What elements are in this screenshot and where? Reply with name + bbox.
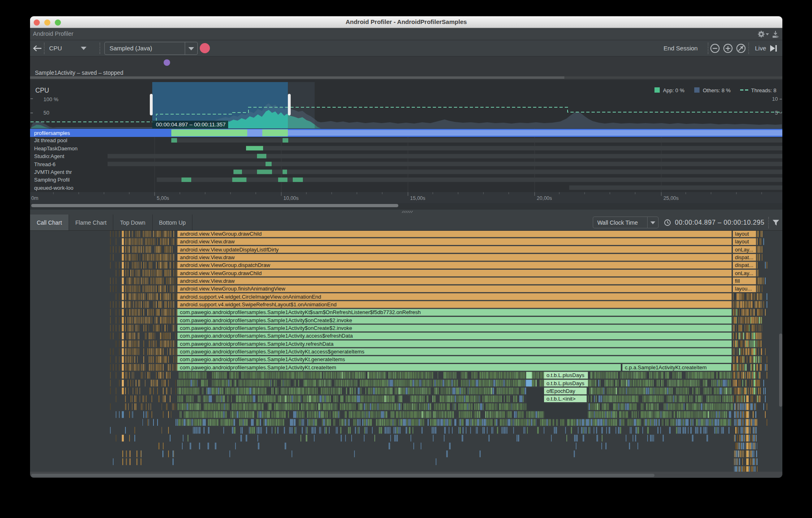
- svg-text:JVMTI Agent thr: JVMTI Agent thr: [34, 169, 72, 175]
- svg-text:Threads: 8: Threads: 8: [751, 87, 776, 93]
- svg-text:dispat...: dispat...: [735, 254, 754, 260]
- svg-text:android.view.ViewGroup.finishA: android.view.ViewGroup.finishAnimatingVi…: [180, 286, 285, 292]
- svg-text:onLay...: onLay...: [735, 270, 753, 276]
- svg-text:com.pawegio.androidprofilersam: com.pawegio.androidprofilersamples.Sampl…: [180, 341, 334, 347]
- svg-text:Studio:Agent: Studio:Agent: [34, 153, 65, 159]
- svg-text:layout: layout: [735, 238, 749, 245]
- svg-text:App: 0 %: App: 0 %: [663, 87, 685, 93]
- svg-text:android.view.View.draw: android.view.View.draw: [180, 254, 235, 260]
- svg-text:android.view.ViewGroup.drawChi: android.view.ViewGroup.drawChild: [180, 270, 261, 276]
- svg-text:android.view.View.updateDispla: android.view.View.updateDisplayListIfDir…: [180, 247, 279, 253]
- svg-text:CPU: CPU: [35, 87, 49, 94]
- svg-text:com.pawegio.androidprofilersam: com.pawegio.androidprofilersamples.Sampl…: [180, 364, 336, 371]
- svg-text:com.pawegio.androidprofilersam: com.pawegio.androidprofilersamples.Sampl…: [180, 317, 352, 323]
- svg-text:0m: 0m: [31, 195, 38, 201]
- svg-text:layou...: layou...: [735, 286, 752, 292]
- svg-text:android.view.ViewGroup.drawChi: android.view.ViewGroup.drawChild: [180, 231, 261, 237]
- svg-text:android.view.ViewGroup.dispatc: android.view.ViewGroup.dispatchDraw: [180, 262, 270, 268]
- svg-text:c.p.a.Sample1ActivityKt.create: c.p.a.Sample1ActivityKt.createItem: [625, 364, 707, 371]
- svg-text:o.t.b.L.plusDays: o.t.b.L.plusDays: [546, 372, 585, 378]
- svg-text:fill: fill: [735, 278, 740, 284]
- svg-text:android.support.v4.widget.Circ: android.support.v4.widget.CircleImageVie…: [180, 294, 321, 300]
- svg-text:15,00s: 15,00s: [410, 195, 425, 201]
- svg-text:com.pawegio.androidprofilersam: com.pawegio.androidprofilersamples.Sampl…: [180, 309, 421, 315]
- svg-text:50: 50: [43, 110, 49, 116]
- svg-text:100 %: 100 %: [43, 96, 58, 102]
- svg-text:dispat...: dispat...: [735, 262, 754, 268]
- svg-text:queued-work-loo: queued-work-loo: [34, 185, 73, 191]
- svg-text:Sampling Profil: Sampling Profil: [34, 177, 70, 183]
- svg-text:android.view.View.draw: android.view.View.draw: [180, 278, 235, 284]
- svg-text:5: 5: [775, 110, 778, 116]
- svg-text:com.pawegio.androidprofilersam: com.pawegio.androidprofilersamples.Sampl…: [180, 356, 345, 362]
- svg-text:profilersamples: profilersamples: [34, 130, 70, 136]
- svg-text:HeapTaskDaemon: HeapTaskDaemon: [34, 145, 78, 152]
- svg-text:5,00s: 5,00s: [157, 195, 169, 201]
- svg-text:ofEpochDay: ofEpochDay: [546, 388, 575, 394]
- svg-text:10,00s: 10,00s: [283, 195, 299, 201]
- svg-text:10: 10: [772, 96, 778, 102]
- svg-text:Others: 8 %: Others: 8 %: [703, 87, 731, 93]
- svg-text:layout: layout: [735, 231, 749, 237]
- svg-text:25,00s: 25,00s: [663, 195, 679, 201]
- svg-text:Jit thread pool: Jit thread pool: [34, 137, 67, 143]
- svg-text:onLay...: onLay...: [735, 247, 753, 253]
- svg-text:o.t.b.L.<init>: o.t.b.L.<init>: [546, 396, 576, 402]
- svg-text:com.pawegio.androidprofilersam: com.pawegio.androidprofilersamples.Sampl…: [180, 325, 352, 331]
- svg-text:com.pawegio.androidprofilersam: com.pawegio.androidprofilersamples.Sampl…: [180, 333, 353, 339]
- svg-text:Thread-6: Thread-6: [34, 161, 56, 167]
- svg-text:android.support.v4.widget.Swip: android.support.v4.widget.SwipeRefreshLa…: [180, 301, 337, 308]
- svg-text:20,00s: 20,00s: [537, 195, 552, 201]
- svg-text:android.view.View.draw: android.view.View.draw: [180, 238, 235, 245]
- svg-text:00:00:04.897 – 00:00:11.357: 00:00:04.897 – 00:00:11.357: [156, 121, 226, 128]
- svg-text:o.t.b.L.plusDays: o.t.b.L.plusDays: [546, 380, 585, 386]
- svg-text:com.pawegio.androidprofilersam: com.pawegio.androidprofilersamples.Sampl…: [180, 349, 365, 355]
